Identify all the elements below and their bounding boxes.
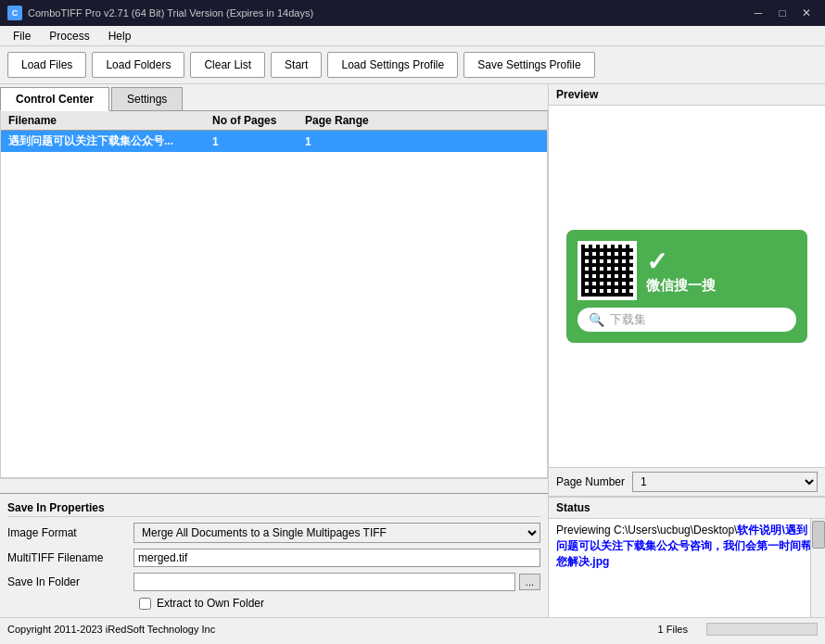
status-text: Previewing C:\Users\ucbug\Desktop\软件说明\遇… — [556, 524, 812, 568]
qr-inner — [581, 245, 633, 297]
row-range: 1 — [298, 135, 409, 148]
status-scrollbar[interactable] — [810, 519, 825, 617]
qr-code — [578, 241, 637, 300]
main-area: Control Center Settings Filename No of P… — [0, 84, 825, 617]
app-icon: C — [7, 6, 22, 20]
tabs: Control Center Settings — [0, 84, 548, 111]
clear-list-button[interactable]: Clear List — [190, 52, 265, 78]
menu-bar: File Process Help — [0, 26, 825, 46]
extract-row: Extract to Own Folder — [7, 597, 540, 610]
scrollbar-thumb[interactable] — [812, 521, 825, 549]
table-row[interactable]: 遇到问题可以关注下载集公众号... 1 1 — [1, 131, 547, 152]
left-panel: Control Center Settings Filename No of P… — [0, 84, 549, 617]
wechat-search-placeholder: 下载集 — [610, 311, 646, 328]
image-format-select[interactable]: Merge All Documents to a Single Multipag… — [133, 523, 540, 543]
wechat-promo: ✓ 微信搜一搜 🔍 下载集 — [566, 230, 807, 343]
maximize-button[interactable]: □ — [771, 4, 793, 22]
row-pages: 1 — [205, 135, 298, 148]
browse-button[interactable]: ... — [519, 574, 540, 590]
title-bar: C ComboTIFF Pro v2.71 (64 Bit) Trial Ver… — [0, 0, 825, 26]
multitiff-input[interactable] — [133, 549, 540, 567]
extract-checkbox[interactable] — [139, 598, 151, 610]
preview-area: ✓ 微信搜一搜 🔍 下载集 — [549, 106, 825, 467]
preview-section: Preview ✓ 微信搜一搜 🔍 下载集 — [549, 84, 825, 497]
image-format-label: Image Format — [7, 526, 128, 539]
toolbar: Load Files Load Folders Clear List Start… — [0, 46, 825, 84]
file-count: 1 Files — [658, 624, 688, 635]
row-filename: 遇到问题可以关注下载集公众号... — [1, 133, 205, 149]
col-range-header: Page Range — [298, 114, 409, 127]
col-pages-header: No of Pages — [205, 114, 298, 127]
multitiff-row: MultiTIFF Filename — [7, 549, 540, 567]
tab-settings[interactable]: Settings — [111, 87, 183, 110]
window-controls: ─ □ ✕ — [747, 4, 818, 22]
start-button[interactable]: Start — [271, 52, 322, 78]
copyright-text: Copyright 2011-2023 iRedSoft Technology … — [7, 624, 640, 635]
status-bar: Copyright 2011-2023 iRedSoft Technology … — [0, 617, 825, 639]
wechat-search-box: 🔍 下载集 — [578, 308, 796, 332]
save-settings-button[interactable]: Save Settings Profile — [463, 52, 594, 78]
multitiff-value[interactable] — [133, 549, 540, 567]
save-in-properties: Save In Properties Image Format Merge Al… — [0, 493, 548, 617]
search-icon: 🔍 — [589, 312, 604, 327]
status-path: 软件说明\遇到问题可以关注下载集公众号咨询，我们会第一时间帮您解决.jpg — [556, 524, 812, 568]
minimize-button[interactable]: ─ — [747, 4, 769, 22]
tab-control-center[interactable]: Control Center — [0, 87, 109, 111]
page-number-label: Page Number — [556, 475, 625, 488]
page-number-row: Page Number 1 — [549, 467, 825, 496]
image-format-row: Image Format Merge All Documents to a Si… — [7, 523, 540, 543]
right-panel: Preview ✓ 微信搜一搜 🔍 下载集 — [549, 84, 825, 617]
menu-help[interactable]: Help — [99, 28, 141, 44]
status-title: Status — [549, 497, 825, 519]
progress-bar — [706, 623, 818, 636]
multitiff-label: MultiTIFF Filename — [7, 551, 128, 564]
menu-process[interactable]: Process — [40, 28, 98, 44]
status-content: Previewing C:\Users\ucbug\Desktop\软件说明\遇… — [549, 519, 825, 617]
file-list[interactable]: Filename No of Pages Page Range 遇到问题可以关注… — [0, 111, 548, 478]
load-files-button[interactable]: Load Files — [7, 52, 86, 78]
app-title: ComboTIFF Pro v2.71 (64 Bit) Trial Versi… — [28, 7, 747, 19]
close-button[interactable]: ✕ — [795, 4, 818, 22]
load-settings-button[interactable]: Load Settings Profile — [327, 52, 458, 78]
col-filename-header: Filename — [1, 114, 205, 127]
save-folder-label: Save In Folder — [7, 575, 128, 588]
file-list-header: Filename No of Pages Page Range — [1, 111, 547, 131]
save-folder-input-row: ... — [133, 573, 540, 591]
extract-label: Extract to Own Folder — [157, 597, 264, 610]
status-section: Status Previewing C:\Users\ucbug\Desktop… — [549, 497, 825, 617]
image-format-value[interactable]: Merge All Documents to a Single Multipag… — [133, 523, 540, 543]
horizontal-scrollbar[interactable] — [0, 478, 548, 493]
menu-file[interactable]: File — [4, 28, 40, 44]
wechat-brand-text: ✓ 微信搜一搜 — [646, 246, 716, 295]
save-folder-row: Save In Folder ... — [7, 573, 540, 591]
load-folders-button[interactable]: Load Folders — [92, 52, 184, 78]
page-number-select[interactable]: 1 — [632, 472, 818, 492]
preview-title: Preview — [549, 84, 825, 106]
wechat-top: ✓ 微信搜一搜 — [578, 241, 796, 300]
save-props-title: Save In Properties — [7, 501, 540, 517]
save-folder-input[interactable] — [133, 573, 515, 591]
